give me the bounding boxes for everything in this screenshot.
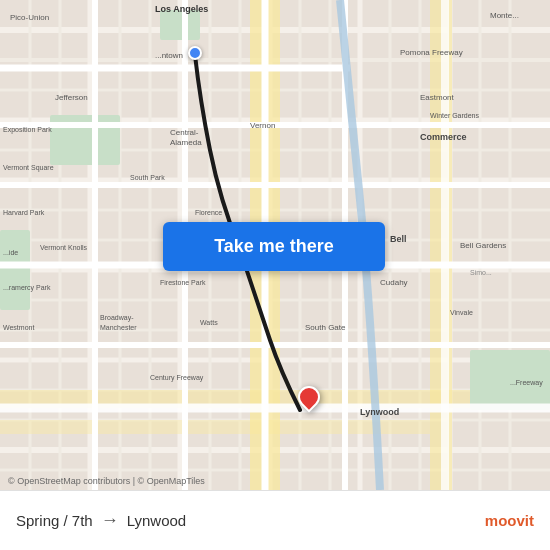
svg-text:Vinvale: Vinvale [450, 309, 473, 316]
svg-text:Vernon: Vernon [250, 121, 275, 130]
map-attribution: © OpenStreetMap contributors | © OpenMap… [8, 476, 205, 486]
route-info: Spring / 7th → Lynwood [16, 510, 485, 531]
svg-text:Broadway-: Broadway- [100, 314, 134, 322]
take-me-there-button[interactable]: Take me there [163, 222, 385, 271]
svg-text:Los Angeles: Los Angeles [155, 4, 208, 14]
arrow-icon: → [101, 510, 119, 531]
svg-text:Lynwood: Lynwood [360, 407, 399, 417]
svg-text:Pico-Union: Pico-Union [10, 13, 49, 22]
svg-text:Watts: Watts [200, 319, 218, 326]
svg-text:Florence: Florence [195, 209, 222, 216]
svg-text:Westmont: Westmont [3, 324, 34, 331]
svg-text:Bell: Bell [390, 234, 407, 244]
origin-label: Spring / 7th [16, 512, 93, 529]
svg-text:Winter Gardens: Winter Gardens [430, 112, 480, 119]
svg-rect-39 [0, 230, 30, 310]
svg-text:Bell Gardens: Bell Gardens [460, 241, 506, 250]
destination-pin [298, 386, 320, 408]
moovit-logo: moovit [485, 512, 534, 529]
svg-text:...ntown: ...ntown [155, 51, 183, 60]
svg-text:Alameda: Alameda [170, 138, 202, 147]
svg-text:Commerce: Commerce [420, 132, 467, 142]
svg-text:Jefferson: Jefferson [55, 93, 88, 102]
svg-text:South Park: South Park [130, 174, 165, 181]
svg-text:South Gate: South Gate [305, 323, 346, 332]
bottom-bar: Spring / 7th → Lynwood moovit [0, 490, 550, 550]
moovit-text: moovit [485, 512, 534, 529]
destination-label: Lynwood [127, 512, 187, 529]
svg-text:...ramercy Park: ...ramercy Park [3, 284, 51, 292]
svg-text:Vermont Square: Vermont Square [3, 164, 54, 172]
svg-text:Manchester: Manchester [100, 324, 137, 331]
svg-rect-37 [0, 420, 430, 434]
svg-rect-41 [160, 10, 200, 40]
svg-text:...Freeway: ...Freeway [510, 379, 543, 387]
svg-text:...ide: ...ide [3, 249, 18, 256]
svg-text:Simo...: Simo... [470, 269, 492, 276]
svg-text:Monte...: Monte... [490, 11, 519, 20]
svg-text:Vermont Knolls: Vermont Knolls [40, 244, 88, 251]
svg-text:Harvard Park: Harvard Park [3, 209, 45, 216]
svg-text:Firestone Park: Firestone Park [160, 279, 206, 286]
svg-text:Exposition Park: Exposition Park [3, 126, 52, 134]
origin-pin [188, 46, 202, 60]
svg-text:Pomona Freeway: Pomona Freeway [400, 48, 463, 57]
svg-text:Cudahy: Cudahy [380, 278, 408, 287]
svg-text:Eastmont: Eastmont [420, 93, 455, 102]
svg-text:Century Freeway: Century Freeway [150, 374, 204, 382]
svg-text:Central-: Central- [170, 128, 199, 137]
map-container: Pico-Union Los Angeles Monte... ...ntown… [0, 0, 550, 490]
